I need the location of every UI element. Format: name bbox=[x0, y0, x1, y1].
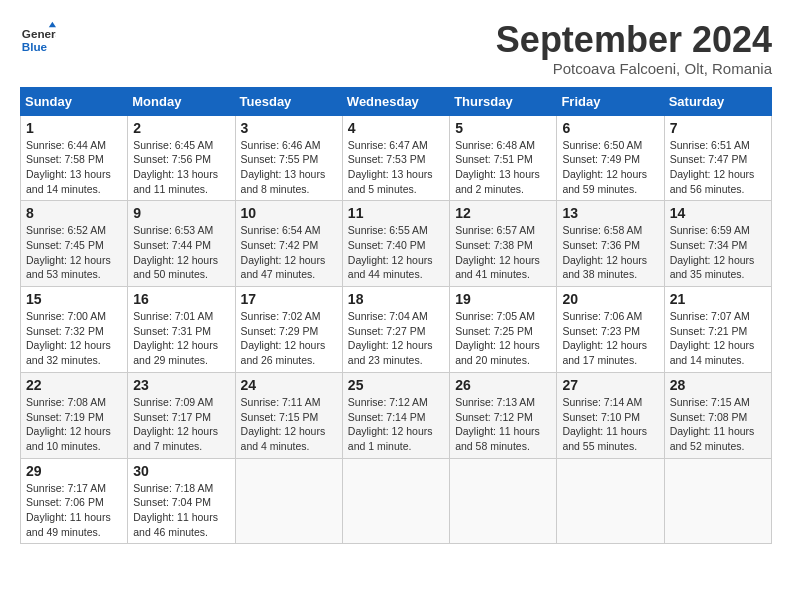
day-number: 6 bbox=[562, 120, 658, 136]
calendar-cell: 15Sunrise: 7:00 AM Sunset: 7:32 PM Dayli… bbox=[21, 287, 128, 373]
cell-info: Sunrise: 7:07 AM Sunset: 7:21 PM Dayligh… bbox=[670, 309, 766, 368]
calendar-cell: 26Sunrise: 7:13 AM Sunset: 7:12 PM Dayli… bbox=[450, 372, 557, 458]
cell-info: Sunrise: 7:08 AM Sunset: 7:19 PM Dayligh… bbox=[26, 395, 122, 454]
calendar-cell: 14Sunrise: 6:59 AM Sunset: 7:34 PM Dayli… bbox=[664, 201, 771, 287]
calendar-cell: 27Sunrise: 7:14 AM Sunset: 7:10 PM Dayli… bbox=[557, 372, 664, 458]
title-block: September 2024 Potcoava Falcoeni, Olt, R… bbox=[496, 20, 772, 77]
cell-info: Sunrise: 6:45 AM Sunset: 7:56 PM Dayligh… bbox=[133, 138, 229, 197]
svg-marker-2 bbox=[49, 22, 56, 27]
cell-info: Sunrise: 7:14 AM Sunset: 7:10 PM Dayligh… bbox=[562, 395, 658, 454]
svg-text:General: General bbox=[22, 27, 56, 40]
calendar-cell: 29Sunrise: 7:17 AM Sunset: 7:06 PM Dayli… bbox=[21, 458, 128, 544]
cell-info: Sunrise: 7:01 AM Sunset: 7:31 PM Dayligh… bbox=[133, 309, 229, 368]
day-number: 18 bbox=[348, 291, 444, 307]
cell-info: Sunrise: 6:52 AM Sunset: 7:45 PM Dayligh… bbox=[26, 223, 122, 282]
cell-info: Sunrise: 7:13 AM Sunset: 7:12 PM Dayligh… bbox=[455, 395, 551, 454]
calendar-cell bbox=[342, 458, 449, 544]
calendar-cell: 23Sunrise: 7:09 AM Sunset: 7:17 PM Dayli… bbox=[128, 372, 235, 458]
calendar-cell: 12Sunrise: 6:57 AM Sunset: 7:38 PM Dayli… bbox=[450, 201, 557, 287]
calendar-cell bbox=[235, 458, 342, 544]
cell-info: Sunrise: 6:51 AM Sunset: 7:47 PM Dayligh… bbox=[670, 138, 766, 197]
day-number: 25 bbox=[348, 377, 444, 393]
calendar-cell bbox=[557, 458, 664, 544]
day-number: 15 bbox=[26, 291, 122, 307]
cell-info: Sunrise: 6:44 AM Sunset: 7:58 PM Dayligh… bbox=[26, 138, 122, 197]
cell-info: Sunrise: 7:17 AM Sunset: 7:06 PM Dayligh… bbox=[26, 481, 122, 540]
day-number: 27 bbox=[562, 377, 658, 393]
calendar-cell: 19Sunrise: 7:05 AM Sunset: 7:25 PM Dayli… bbox=[450, 287, 557, 373]
calendar-cell bbox=[450, 458, 557, 544]
calendar-cell: 8Sunrise: 6:52 AM Sunset: 7:45 PM Daylig… bbox=[21, 201, 128, 287]
location: Potcoava Falcoeni, Olt, Romania bbox=[496, 60, 772, 77]
day-number: 24 bbox=[241, 377, 337, 393]
day-number: 10 bbox=[241, 205, 337, 221]
calendar-cell: 3Sunrise: 6:46 AM Sunset: 7:55 PM Daylig… bbox=[235, 115, 342, 201]
calendar-cell: 6Sunrise: 6:50 AM Sunset: 7:49 PM Daylig… bbox=[557, 115, 664, 201]
calendar-week-row: 15Sunrise: 7:00 AM Sunset: 7:32 PM Dayli… bbox=[21, 287, 772, 373]
day-number: 28 bbox=[670, 377, 766, 393]
calendar-cell: 24Sunrise: 7:11 AM Sunset: 7:15 PM Dayli… bbox=[235, 372, 342, 458]
cell-info: Sunrise: 6:47 AM Sunset: 7:53 PM Dayligh… bbox=[348, 138, 444, 197]
calendar-cell: 16Sunrise: 7:01 AM Sunset: 7:31 PM Dayli… bbox=[128, 287, 235, 373]
weekday-header: Tuesday bbox=[235, 87, 342, 115]
day-number: 22 bbox=[26, 377, 122, 393]
day-number: 5 bbox=[455, 120, 551, 136]
day-number: 26 bbox=[455, 377, 551, 393]
calendar-cell: 7Sunrise: 6:51 AM Sunset: 7:47 PM Daylig… bbox=[664, 115, 771, 201]
day-number: 20 bbox=[562, 291, 658, 307]
cell-info: Sunrise: 7:15 AM Sunset: 7:08 PM Dayligh… bbox=[670, 395, 766, 454]
calendar-cell: 28Sunrise: 7:15 AM Sunset: 7:08 PM Dayli… bbox=[664, 372, 771, 458]
calendar-cell: 1Sunrise: 6:44 AM Sunset: 7:58 PM Daylig… bbox=[21, 115, 128, 201]
cell-info: Sunrise: 7:09 AM Sunset: 7:17 PM Dayligh… bbox=[133, 395, 229, 454]
day-number: 8 bbox=[26, 205, 122, 221]
calendar-week-row: 8Sunrise: 6:52 AM Sunset: 7:45 PM Daylig… bbox=[21, 201, 772, 287]
cell-info: Sunrise: 7:02 AM Sunset: 7:29 PM Dayligh… bbox=[241, 309, 337, 368]
day-number: 12 bbox=[455, 205, 551, 221]
cell-info: Sunrise: 7:18 AM Sunset: 7:04 PM Dayligh… bbox=[133, 481, 229, 540]
day-number: 30 bbox=[133, 463, 229, 479]
weekday-header: Monday bbox=[128, 87, 235, 115]
cell-info: Sunrise: 6:50 AM Sunset: 7:49 PM Dayligh… bbox=[562, 138, 658, 197]
logo-icon: General Blue bbox=[20, 20, 56, 56]
calendar-table: SundayMondayTuesdayWednesdayThursdayFrid… bbox=[20, 87, 772, 545]
cell-info: Sunrise: 6:48 AM Sunset: 7:51 PM Dayligh… bbox=[455, 138, 551, 197]
calendar-cell: 5Sunrise: 6:48 AM Sunset: 7:51 PM Daylig… bbox=[450, 115, 557, 201]
cell-info: Sunrise: 7:06 AM Sunset: 7:23 PM Dayligh… bbox=[562, 309, 658, 368]
calendar-cell: 30Sunrise: 7:18 AM Sunset: 7:04 PM Dayli… bbox=[128, 458, 235, 544]
weekday-header: Sunday bbox=[21, 87, 128, 115]
cell-info: Sunrise: 6:55 AM Sunset: 7:40 PM Dayligh… bbox=[348, 223, 444, 282]
calendar-cell: 20Sunrise: 7:06 AM Sunset: 7:23 PM Dayli… bbox=[557, 287, 664, 373]
calendar-cell: 22Sunrise: 7:08 AM Sunset: 7:19 PM Dayli… bbox=[21, 372, 128, 458]
day-number: 3 bbox=[241, 120, 337, 136]
cell-info: Sunrise: 7:00 AM Sunset: 7:32 PM Dayligh… bbox=[26, 309, 122, 368]
calendar-cell: 18Sunrise: 7:04 AM Sunset: 7:27 PM Dayli… bbox=[342, 287, 449, 373]
day-number: 21 bbox=[670, 291, 766, 307]
calendar-cell: 10Sunrise: 6:54 AM Sunset: 7:42 PM Dayli… bbox=[235, 201, 342, 287]
weekday-header: Thursday bbox=[450, 87, 557, 115]
day-number: 17 bbox=[241, 291, 337, 307]
cell-info: Sunrise: 6:58 AM Sunset: 7:36 PM Dayligh… bbox=[562, 223, 658, 282]
calendar-cell: 2Sunrise: 6:45 AM Sunset: 7:56 PM Daylig… bbox=[128, 115, 235, 201]
day-number: 9 bbox=[133, 205, 229, 221]
weekday-header: Saturday bbox=[664, 87, 771, 115]
calendar-cell bbox=[664, 458, 771, 544]
calendar-cell: 11Sunrise: 6:55 AM Sunset: 7:40 PM Dayli… bbox=[342, 201, 449, 287]
calendar-cell: 17Sunrise: 7:02 AM Sunset: 7:29 PM Dayli… bbox=[235, 287, 342, 373]
svg-text:Blue: Blue bbox=[22, 40, 48, 53]
month-title: September 2024 bbox=[496, 20, 772, 60]
cell-info: Sunrise: 6:59 AM Sunset: 7:34 PM Dayligh… bbox=[670, 223, 766, 282]
weekday-header: Wednesday bbox=[342, 87, 449, 115]
day-number: 23 bbox=[133, 377, 229, 393]
day-number: 19 bbox=[455, 291, 551, 307]
weekday-header-row: SundayMondayTuesdayWednesdayThursdayFrid… bbox=[21, 87, 772, 115]
cell-info: Sunrise: 7:05 AM Sunset: 7:25 PM Dayligh… bbox=[455, 309, 551, 368]
day-number: 29 bbox=[26, 463, 122, 479]
calendar-week-row: 29Sunrise: 7:17 AM Sunset: 7:06 PM Dayli… bbox=[21, 458, 772, 544]
day-number: 2 bbox=[133, 120, 229, 136]
day-number: 11 bbox=[348, 205, 444, 221]
cell-info: Sunrise: 6:57 AM Sunset: 7:38 PM Dayligh… bbox=[455, 223, 551, 282]
logo: General Blue bbox=[20, 20, 56, 56]
cell-info: Sunrise: 7:04 AM Sunset: 7:27 PM Dayligh… bbox=[348, 309, 444, 368]
day-number: 1 bbox=[26, 120, 122, 136]
weekday-header: Friday bbox=[557, 87, 664, 115]
